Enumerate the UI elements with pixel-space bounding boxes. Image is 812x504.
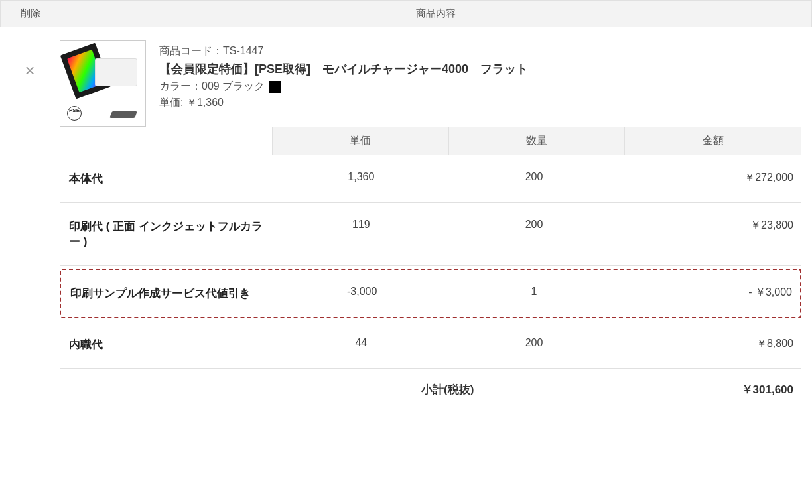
row-amount: ￥272,000 bbox=[620, 171, 796, 185]
delete-column: × bbox=[0, 40, 60, 127]
subtotal-value: ￥301,600 bbox=[620, 382, 796, 397]
product-color: カラー：009 ブラック bbox=[159, 80, 812, 94]
color-swatch-icon bbox=[269, 81, 281, 93]
col-unit-price: 単価 bbox=[273, 127, 449, 155]
price-table-header: 単価 数量 金額 bbox=[272, 127, 801, 155]
row-amount: ￥23,800 bbox=[620, 219, 796, 233]
row-unit: -3,000 bbox=[276, 286, 448, 298]
row-qty: 200 bbox=[448, 219, 621, 231]
product-image-white bbox=[95, 58, 137, 86]
col-quantity: 数量 bbox=[449, 127, 626, 155]
row-qty: 200 bbox=[448, 337, 621, 349]
row-qty: 1 bbox=[448, 286, 620, 298]
price-row: 印刷代 ( 正面 インクジェットフルカラー )119200￥23,800 bbox=[60, 203, 801, 266]
table-header-row: 削除 商品内容 bbox=[0, 0, 812, 27]
product-area: × PSE 商品コード：TS-1447 【会員限定特価】[PSE取得] モバイル… bbox=[0, 27, 812, 127]
product-thumbnail: PSE bbox=[60, 40, 146, 127]
price-table: 単価 数量 金額 本体代1,360200￥272,000印刷代 ( 正面 インク… bbox=[60, 127, 801, 397]
row-label: 印刷代 ( 正面 インクジェットフルカラー ) bbox=[69, 219, 275, 249]
row-amount: ￥8,800 bbox=[620, 337, 796, 351]
pse-badge-icon: PSE bbox=[67, 106, 82, 121]
price-row: 印刷サンプル作成サービス代値引き-3,0001- ￥3,000 bbox=[60, 269, 801, 318]
row-label: 本体代 bbox=[69, 171, 275, 186]
row-qty: 200 bbox=[448, 171, 621, 183]
row-unit: 119 bbox=[275, 219, 448, 231]
remove-item-button[interactable]: × bbox=[25, 60, 34, 81]
subtotal-label: 小計(税抜) bbox=[275, 382, 620, 397]
price-row: 内職代44200￥8,800 bbox=[60, 321, 801, 369]
row-label: 内職代 bbox=[69, 337, 275, 352]
header-content-label: 商品内容 bbox=[60, 1, 811, 27]
product-code: 商品コード：TS-1447 bbox=[159, 44, 812, 58]
product-info: 商品コード：TS-1447 【会員限定特価】[PSE取得] モバイルチャージャー… bbox=[159, 40, 812, 127]
header-delete-label: 削除 bbox=[1, 1, 60, 27]
row-label: 印刷サンプル作成サービス代値引き bbox=[70, 286, 276, 301]
row-unit: 1,360 bbox=[275, 171, 448, 183]
row-amount: - ￥3,000 bbox=[620, 286, 795, 300]
product-unit-price: 単価: ￥1,360 bbox=[159, 96, 812, 110]
price-row: 本体代1,360200￥272,000 bbox=[60, 155, 801, 203]
col-amount: 金額 bbox=[625, 127, 801, 155]
product-name: 【会員限定特価】[PSE取得] モバイルチャージャー4000 フラット bbox=[159, 61, 812, 77]
row-unit: 44 bbox=[275, 337, 448, 349]
product-image-mini bbox=[109, 111, 137, 118]
subtotal-row: 小計(税抜) ￥301,600 bbox=[60, 369, 801, 397]
product-color-text: カラー：009 ブラック bbox=[159, 80, 265, 94]
